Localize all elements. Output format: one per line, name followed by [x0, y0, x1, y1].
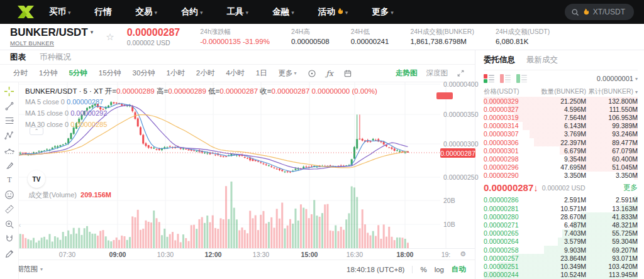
interval-1小时[interactable]: 1小时 — [160, 68, 190, 78]
interval-4小时[interactable]: 4小时 — [220, 68, 250, 78]
bid-row[interactable]: 0.0000028028.670M41.833M — [484, 212, 638, 221]
bid-row[interactable]: 0.000002643.579M59.304M — [484, 238, 638, 246]
bid-row[interactable]: 0.0000028110.571M13.163M — [484, 204, 638, 212]
pair-selector[interactable]: BUNKER/USDT▾ MOLT BUNKER — [10, 27, 93, 46]
nav-item-活动[interactable]: 活动▾ — [318, 6, 348, 18]
brush-icon[interactable] — [3, 160, 16, 170]
log-scale-button[interactable]: log — [435, 266, 444, 273]
book-mode-both-icon[interactable] — [484, 74, 494, 83]
magnet-icon[interactable] — [3, 234, 16, 244]
more-link[interactable]: 更多 — [623, 183, 638, 192]
bid-row[interactable]: 0.0000025110.349M103.420M — [484, 262, 638, 270]
col-cum-sort[interactable]: 累计(BUNKER) ▾ — [586, 87, 638, 96]
xt-logo[interactable] — [16, 4, 38, 19]
ask-row[interactable]: 0.0000032921.250M132.800M — [484, 97, 638, 105]
favorite-star-icon[interactable]: ☆ — [106, 31, 114, 43]
book-mode-asks-icon[interactable] — [500, 74, 511, 83]
axis-settings-gear-icon[interactable]: ⚙ — [460, 250, 466, 258]
bid-row[interactable]: 0.0000025723.864M93.071M — [484, 254, 638, 262]
orderbook-panel: 委托信息最新成交 0.00000001▾ 价格(USDT) 数量(BUNKER)… — [475, 50, 644, 279]
orderbook-tab-最新成交[interactable]: 最新成交 — [526, 55, 558, 65]
emoji-icon[interactable] — [3, 190, 16, 200]
interval-more-button[interactable]: 更多▾ — [273, 68, 303, 78]
bid-row[interactable]: 0.000002862.591M2.591M — [484, 196, 638, 204]
bid-row[interactable]: 0.0000024410.524M113.945M — [484, 271, 638, 279]
stat-label: 24H成交额(BUNKER) — [410, 28, 474, 36]
zoom-in-icon[interactable] — [3, 219, 16, 229]
nav-item-买币[interactable]: 买币▾ — [49, 6, 71, 18]
forecast-icon[interactable] — [3, 145, 16, 155]
tradingview-logo[interactable]: TV — [28, 170, 45, 188]
chart-area[interactable]: ‹ T BUNKER/USDT · 5 · XT 开=0.00000289 高=… — [0, 82, 475, 248]
cum-cell: 93.071M — [586, 254, 638, 262]
stat-24H成交额(BUNKER): 24H成交额(BUNKER)1,861,738.6798M — [410, 28, 474, 46]
ask-row[interactable]: 0.000003073.769M93.246M — [484, 130, 638, 138]
interval-2小时[interactable]: 2小时 — [191, 68, 220, 78]
time-axis[interactable]: ⚙ 07:3009:0010:3012:0013:3015:0016:3018:… — [0, 248, 475, 260]
indicators-fx-icon[interactable]: ƒx — [326, 69, 333, 78]
interval-1分钟[interactable]: 1分钟 — [33, 68, 63, 78]
bid-row[interactable]: 0.000002657.403M55.725M — [484, 229, 638, 238]
interval-15分钟[interactable]: 15分钟 — [93, 68, 127, 78]
stat-value: 6,080.81K — [496, 37, 550, 46]
pair-name: BUNKER/USDT — [10, 27, 88, 39]
price-cell: 0.00000257 — [484, 254, 537, 262]
target-icon[interactable] — [308, 69, 316, 78]
ask-row[interactable]: 0.000002903.350M3.350M — [484, 172, 638, 180]
chart-panel: 图表币种概况 分时1分钟5分钟15分钟30分钟1小时2小时4小时1日 更多▾ ƒ… — [0, 50, 475, 279]
nav-item-工具[interactable]: 工具▾ — [227, 6, 249, 18]
stat-label: 24h涨跌幅 — [200, 28, 270, 36]
view-tab-深度图[interactable]: 深度图 — [426, 68, 448, 78]
cum-cell: 60.400M — [586, 155, 638, 163]
trend-line-icon[interactable] — [3, 101, 16, 111]
bid-row[interactable]: 0.000002716.487M48.321M — [484, 221, 638, 229]
interval-30分钟[interactable]: 30分钟 — [127, 68, 161, 78]
orderbook-tab-委托信息[interactable]: 委托信息 — [484, 55, 515, 65]
qty-cell: 3.350M — [537, 172, 586, 179]
nav-item-金融[interactable]: 金融▾ — [272, 6, 294, 18]
percent-scale-button[interactable]: % — [420, 266, 426, 273]
text-icon[interactable]: T — [3, 175, 16, 185]
nav-item-行情[interactable]: 行情 — [95, 6, 112, 18]
col-price: 价格(USDT) — [484, 87, 537, 96]
crosshair-icon[interactable] — [3, 86, 16, 96]
calendar-icon[interactable] — [343, 69, 352, 78]
ask-row[interactable]: 0.000003197.564M106.953M — [484, 113, 638, 121]
ask-row[interactable]: 0.000002989.354M60.400M — [484, 155, 638, 163]
clock: 18:40:18 (UTC+8) — [347, 266, 404, 273]
ask-row[interactable]: 0.000003146.143M99.389M — [484, 122, 638, 130]
nav-item-交易[interactable]: 交易▾ — [136, 6, 158, 18]
auto-scale-button[interactable]: 自动 — [452, 265, 466, 274]
time-label: 16:30 — [347, 251, 363, 258]
interval-1日[interactable]: 1日 — [250, 68, 273, 78]
fullscreen-expand-icon[interactable] — [457, 69, 465, 77]
tab-图表[interactable]: 图表 — [10, 52, 26, 63]
bid-row[interactable]: 0.000002589.903M69.207M — [484, 246, 638, 254]
search-box[interactable]: XT/USDT — [565, 4, 634, 20]
pencil-icon[interactable] — [3, 249, 16, 259]
ma-label: MA 15 close 0 — [25, 109, 70, 117]
tab-币种概况[interactable]: 币种概况 — [40, 52, 71, 63]
ruler-icon[interactable] — [3, 204, 16, 214]
ask-row[interactable]: 0.0000030622.397M89.477M — [484, 138, 638, 146]
last-price-usd: 0.000002 USD — [127, 39, 180, 46]
precision-dropdown[interactable]: 0.00000001▾ — [597, 75, 638, 82]
price-cell: 0.00000280 — [484, 213, 537, 221]
nav-item-更多[interactable]: 更多▾ — [372, 6, 394, 18]
cum-cell: 51.045M — [586, 163, 638, 171]
flame-icon — [337, 8, 343, 17]
interval-5分钟[interactable]: 5分钟 — [63, 68, 92, 78]
xabcd-pattern-icon[interactable] — [3, 131, 16, 141]
drawing-tool-strip: ‹ T — [0, 82, 19, 279]
ask-row[interactable]: 0.000003274.596M111.550M — [484, 105, 638, 113]
interval-分时[interactable]: 分时 — [8, 68, 33, 78]
legend-collapse-button[interactable]: ⌃ — [30, 127, 43, 135]
fib-lines-icon[interactable] — [3, 116, 16, 126]
ask-row[interactable]: 0.0000029647.695M51.045M — [484, 163, 638, 172]
ask-row[interactable]: 0.000003016.679M67.079M — [484, 146, 638, 155]
view-tab-走势图[interactable]: 走势图 — [396, 68, 418, 78]
nav-item-合约[interactable]: 合约▾ — [181, 6, 203, 18]
pair-subtitle[interactable]: MOLT BUNKER — [10, 40, 93, 46]
book-mode-bids-icon[interactable] — [516, 74, 527, 83]
toolstrip-collapse-icon[interactable]: ‹ — [19, 222, 21, 229]
